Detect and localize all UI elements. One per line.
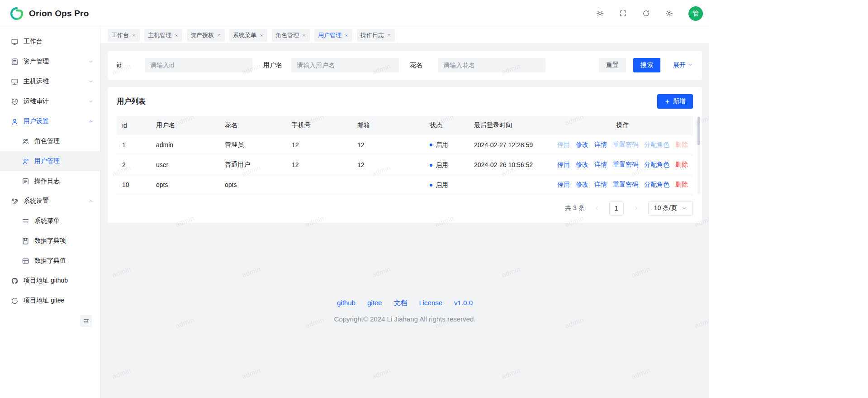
pagination-page-1[interactable]: 1 — [609, 201, 624, 216]
username-input[interactable] — [291, 58, 399, 72]
sidebar-item-host-ops[interactable]: 主机运维 — [0, 72, 100, 91]
theme-toggle-icon[interactable] — [596, 10, 604, 17]
action-reset-password[interactable]: 重置密码 — [613, 161, 638, 169]
sidebar-collapse-button[interactable] — [80, 315, 92, 327]
avatar[interactable]: 管 — [688, 6, 703, 21]
footer-link-gitee[interactable]: gitee — [367, 299, 382, 307]
sidebar-item-label: 资产管理 — [24, 58, 88, 66]
sidebar-item-label: 用户管理 — [34, 157, 94, 165]
tab-host-manage[interactable]: 主机管理 — [144, 29, 182, 42]
sidebar-item-label: 角色管理 — [34, 137, 94, 145]
sidebar-menu: 工作台资产管理主机运维运维审计用户设置角色管理用户管理操作日志系统设置系统菜单数… — [0, 27, 100, 311]
tab-close-icon[interactable] — [132, 33, 136, 38]
action-disable: 停用 — [557, 141, 570, 149]
tab-user-manage[interactable]: 用户管理 — [314, 29, 352, 42]
settings-icon[interactable] — [665, 10, 673, 17]
tab-close-icon[interactable] — [217, 33, 221, 38]
sidebar-item-system-settings[interactable]: 系统设置 — [0, 191, 100, 211]
sidebar-item-workbench[interactable]: 工作台 — [0, 32, 100, 52]
sidebar-item-asset-manage[interactable]: 资产管理 — [0, 52, 100, 72]
assets-icon — [11, 58, 19, 66]
tab-close-icon[interactable] — [387, 33, 391, 38]
refresh-icon[interactable] — [642, 10, 650, 17]
user-table: id用户名花名手机号邮箱状态最后登录时间操作1admin管理员1212启用202… — [117, 116, 693, 195]
action-update[interactable]: 修改 — [576, 141, 588, 149]
search-card: id用户名花名 重置 搜索 展开 — [108, 51, 702, 80]
sidebar-subitem-dict-key[interactable]: 数据字典项 — [0, 231, 100, 251]
brand[interactable]: Orion Ops Pro — [9, 6, 89, 21]
action-update[interactable]: 修改 — [576, 161, 588, 169]
status-dot-icon — [430, 164, 432, 167]
page-footer: githubgitee文档Licensev1.0.0 Copyright© 20… — [108, 299, 702, 323]
github-icon — [11, 277, 19, 285]
row-actions: 停用修改详情重置密码分配角色删除 — [558, 161, 688, 169]
pagination-prev-icon — [590, 201, 604, 215]
sidebar-subitem-user-manage[interactable]: 用户管理 — [0, 151, 100, 171]
table-scrollbar-thumb[interactable] — [697, 117, 700, 145]
sidebar-subitem-role-manage[interactable]: 角色管理 — [0, 131, 100, 151]
chevron-up-icon — [88, 198, 94, 204]
action-grant-role[interactable]: 分配角色 — [644, 181, 669, 189]
tab-close-icon[interactable] — [259, 33, 264, 38]
fullscreen-icon[interactable] — [619, 10, 627, 17]
sidebar-item-github[interactable]: 项目地址 github — [0, 271, 100, 291]
sidebar-subitem-operation-log[interactable]: 操作日志 — [0, 171, 100, 191]
tab-close-icon[interactable] — [174, 33, 179, 38]
add-button[interactable]: 新增 — [657, 94, 693, 109]
sidebar-item-ops-audit[interactable]: 运维审计 — [0, 91, 100, 111]
tab-workbench[interactable]: 工作台 — [108, 29, 140, 42]
watermark-text: admin — [111, 366, 132, 380]
search-button[interactable]: 搜索 — [633, 58, 660, 72]
page-size-select[interactable]: 10 条/页 — [648, 201, 693, 216]
sidebar-item-gitee[interactable]: 项目地址 gitee — [0, 291, 100, 311]
action-delete[interactable]: 删除 — [675, 161, 688, 169]
footer-link-docs[interactable]: 文档 — [394, 299, 407, 307]
sidebar-subitem-system-menu[interactable]: 系统菜单 — [0, 211, 100, 231]
tab-close-icon[interactable] — [302, 33, 306, 38]
tab-asset-grant[interactable]: 资产授权 — [187, 29, 225, 42]
cell-nickname: opts — [219, 175, 286, 195]
footer-link-license[interactable]: License — [419, 299, 442, 307]
action-grant-role[interactable]: 分配角色 — [644, 161, 669, 169]
tab-role-manage[interactable]: 角色管理 — [272, 29, 310, 42]
workbench-icon — [11, 38, 19, 46]
action-detail[interactable]: 详情 — [594, 161, 607, 169]
action-disable[interactable]: 停用 — [557, 161, 570, 169]
footer-link-github[interactable]: github — [337, 299, 356, 307]
sidebar-subitem-dict-value[interactable]: 数据字典值 — [0, 251, 100, 271]
id-input[interactable] — [145, 58, 252, 72]
sidebar-item-label: 系统设置 — [24, 197, 88, 205]
footer-link-version[interactable]: v1.0.0 — [454, 299, 473, 307]
cell-id: 10 — [117, 175, 151, 195]
cell-id: 2 — [117, 155, 151, 175]
pagination-next-icon — [629, 201, 643, 215]
table-row-1: 1admin管理员1212启用2024-02-27 12:28:59停用修改详情… — [117, 135, 693, 155]
roles-icon — [22, 138, 29, 145]
search-field-id: id — [117, 58, 263, 72]
audit-icon — [11, 98, 19, 105]
chevron-down-icon — [682, 206, 687, 211]
column-header-id: id — [117, 116, 151, 135]
action-disable[interactable]: 停用 — [557, 181, 570, 189]
tab-close-icon[interactable] — [344, 33, 349, 38]
watermark-text: admin — [500, 366, 522, 380]
action-reset-password[interactable]: 重置密码 — [613, 181, 638, 189]
status-badge: 启用 — [430, 161, 448, 169]
action-delete[interactable]: 删除 — [675, 181, 688, 189]
action-detail[interactable]: 详情 — [594, 141, 607, 149]
action-detail[interactable]: 详情 — [594, 181, 607, 189]
table-scrollbar[interactable] — [697, 117, 700, 194]
nickname-input[interactable] — [438, 58, 545, 72]
status-label: 启用 — [436, 161, 448, 169]
reset-button[interactable]: 重置 — [599, 58, 626, 72]
sidebar-item-user-settings[interactable]: 用户设置 — [0, 111, 100, 131]
tab-system-menu[interactable]: 系统菜单 — [229, 29, 267, 42]
tab-operation-log[interactable]: 操作日志 — [357, 29, 395, 42]
action-update[interactable]: 修改 — [576, 181, 588, 189]
expand-label: 展开 — [673, 61, 686, 69]
expand-toggle[interactable]: 展开 — [673, 61, 693, 69]
topbar-actions: 管 — [596, 6, 703, 21]
content: id用户名花名 重置 搜索 展开 用户列表 新增 — [100, 43, 709, 330]
status-badge: 启用 — [430, 141, 448, 149]
topbar: Orion Ops Pro 管 — [0, 0, 709, 27]
